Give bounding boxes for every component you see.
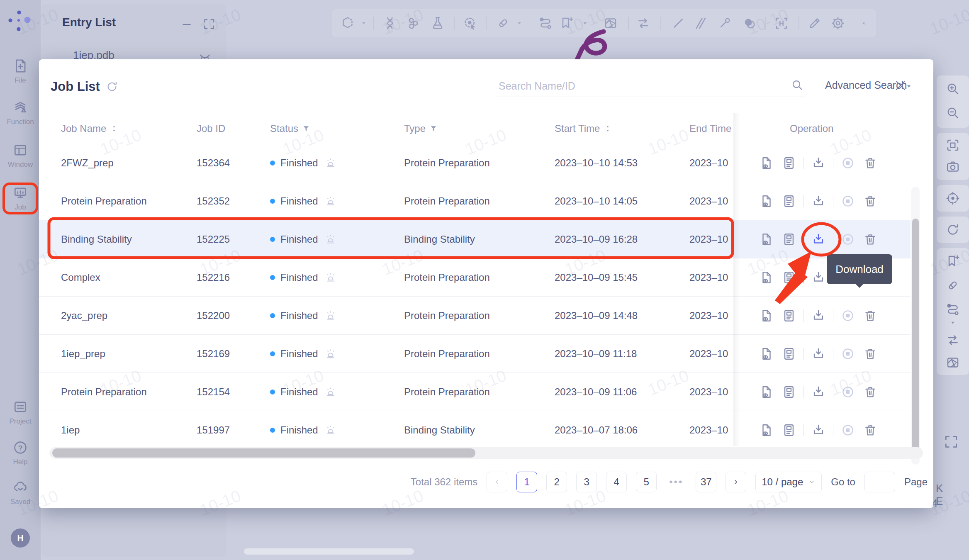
view-file-icon[interactable] bbox=[760, 385, 774, 399]
page-button-5[interactable]: 5 bbox=[636, 472, 657, 492]
dline-icon[interactable] bbox=[693, 16, 708, 31]
view-report-icon[interactable] bbox=[782, 385, 796, 399]
fit-icon[interactable] bbox=[945, 138, 960, 153]
sidebar-item-saved[interactable]: Saved bbox=[0, 480, 41, 506]
swap-icon[interactable] bbox=[636, 16, 651, 31]
page-size-select[interactable]: 10 / page bbox=[755, 472, 822, 492]
download-icon[interactable] bbox=[811, 309, 825, 323]
venn-icon[interactable] bbox=[742, 16, 757, 31]
pencil-icon[interactable] bbox=[807, 16, 822, 31]
view-report-icon[interactable] bbox=[782, 309, 796, 323]
download-icon[interactable] bbox=[811, 270, 825, 285]
page-button-4[interactable]: 4 bbox=[606, 472, 627, 492]
next-page-button[interactable] bbox=[726, 472, 746, 492]
target-icon[interactable] bbox=[945, 191, 960, 206]
view-report-icon[interactable] bbox=[782, 347, 796, 361]
app-logo-icon[interactable] bbox=[7, 7, 33, 34]
job-row-152169[interactable]: 1iep_prep152169FinishedProtein Preparati… bbox=[39, 335, 911, 373]
notify-bell-icon[interactable] bbox=[325, 425, 336, 436]
horizontal-scrollbar-thumb[interactable] bbox=[52, 448, 475, 458]
delete-icon[interactable] bbox=[863, 156, 877, 170]
sidebar-item-file[interactable]: File bbox=[0, 58, 41, 85]
notify-bell-icon[interactable] bbox=[325, 234, 336, 245]
image-mesh-icon[interactable] bbox=[945, 355, 960, 370]
view-report-icon[interactable] bbox=[782, 423, 796, 437]
view-file-icon[interactable] bbox=[760, 270, 774, 285]
page-button-3[interactable]: 3 bbox=[576, 472, 597, 492]
eraser-icon[interactable] bbox=[496, 16, 511, 31]
sidebar-item-project[interactable]: Project bbox=[0, 399, 41, 426]
caret-down-icon[interactable] bbox=[950, 319, 956, 326]
notify-bell-icon[interactable] bbox=[325, 158, 336, 168]
rings-icon[interactable] bbox=[406, 16, 421, 31]
column-header-start-time[interactable]: Start Time bbox=[555, 123, 612, 134]
delete-icon[interactable] bbox=[863, 309, 877, 323]
notify-bell-icon[interactable] bbox=[325, 310, 336, 321]
delete-icon[interactable] bbox=[863, 347, 877, 361]
sidebar-item-job[interactable]: Job bbox=[0, 185, 41, 212]
column-header-status[interactable]: Status bbox=[270, 123, 310, 134]
hexagon-icon[interactable] bbox=[340, 16, 355, 31]
sidebar-item-help[interactable]: ?Help bbox=[0, 440, 41, 466]
bond-icon[interactable] bbox=[717, 16, 732, 31]
route-icon[interactable] bbox=[538, 16, 553, 31]
funnel-icon[interactable] bbox=[429, 124, 438, 133]
sort-icon[interactable] bbox=[604, 124, 612, 133]
download-icon[interactable] bbox=[811, 423, 825, 437]
sidebar-item-function[interactable]: Function bbox=[0, 100, 41, 126]
route-icon[interactable] bbox=[945, 302, 960, 317]
user-avatar[interactable]: H bbox=[11, 528, 30, 548]
job-row-152364[interactable]: 2FWZ_prep152364FinishedProtein Preparati… bbox=[39, 144, 911, 182]
swap-icon[interactable] bbox=[945, 333, 960, 348]
view-report-icon[interactable] bbox=[782, 194, 796, 208]
dna-icon[interactable] bbox=[382, 16, 397, 31]
column-header-type[interactable]: Type bbox=[404, 123, 438, 134]
funnel-icon[interactable] bbox=[302, 124, 310, 133]
view-file-icon[interactable] bbox=[760, 423, 774, 437]
notify-bell-icon[interactable] bbox=[325, 196, 336, 207]
zoom-out-icon[interactable] bbox=[945, 105, 960, 120]
view-file-icon[interactable] bbox=[760, 232, 774, 246]
job-row-151997[interactable]: 1iep151997FinishedBinding Stability2023–… bbox=[39, 411, 911, 449]
prev-page-button[interactable] bbox=[487, 472, 507, 492]
gear-icon[interactable] bbox=[830, 16, 845, 31]
job-row-152154[interactable]: Protein Preparation152154FinishedProtein… bbox=[39, 373, 911, 411]
view-report-icon[interactable] bbox=[782, 270, 796, 285]
delete-icon[interactable] bbox=[863, 385, 877, 399]
view-report-icon[interactable] bbox=[782, 232, 796, 246]
job-row-152225[interactable]: Binding Stability152225FinishedBinding S… bbox=[39, 220, 911, 258]
flask-icon[interactable] bbox=[430, 16, 445, 31]
fullscreen-icon[interactable] bbox=[943, 434, 959, 450]
zoom-in-icon[interactable] bbox=[945, 81, 960, 96]
vertical-scrollbar-thumb[interactable] bbox=[912, 219, 919, 457]
delete-icon[interactable] bbox=[863, 194, 877, 208]
camera-icon[interactable] bbox=[945, 159, 960, 174]
job-row-152200[interactable]: 2yac_prep152200FinishedProtein Preparati… bbox=[39, 297, 911, 335]
sort-icon[interactable] bbox=[110, 124, 118, 133]
canvas-horizontal-scrollbar[interactable] bbox=[244, 548, 414, 555]
minimize-icon[interactable] bbox=[180, 18, 193, 31]
page-button-1[interactable]: 1 bbox=[516, 472, 537, 492]
close-icon[interactable] bbox=[894, 78, 908, 93]
delete-icon[interactable] bbox=[863, 232, 877, 246]
eraser-icon[interactable] bbox=[945, 278, 960, 293]
caret-left-icon[interactable] bbox=[860, 20, 867, 27]
delete-icon[interactable] bbox=[863, 423, 877, 437]
notify-bell-icon[interactable] bbox=[325, 348, 336, 359]
job-row-152216[interactable]: Complex152216FinishedProtein Preparation… bbox=[39, 258, 911, 297]
bookmark-plus-icon[interactable] bbox=[945, 254, 960, 269]
more-pages[interactable]: ••• bbox=[666, 472, 687, 492]
download-icon[interactable] bbox=[811, 156, 825, 170]
job-row-152352[interactable]: Protein Preparation152352FinishedProtein… bbox=[39, 182, 911, 220]
notify-bell-icon[interactable] bbox=[325, 387, 336, 397]
rotate-icon[interactable] bbox=[945, 222, 960, 237]
view-file-icon[interactable] bbox=[760, 194, 774, 208]
caret-down-icon[interactable] bbox=[516, 20, 523, 27]
download-icon[interactable] bbox=[811, 232, 825, 246]
caret-down-icon[interactable] bbox=[360, 20, 367, 27]
record-icon[interactable] bbox=[463, 16, 477, 31]
hbrackets-icon[interactable]: H bbox=[774, 16, 789, 31]
search-input[interactable] bbox=[498, 77, 786, 95]
page-button-37[interactable]: 37 bbox=[696, 472, 716, 492]
search-icon[interactable] bbox=[791, 78, 804, 92]
